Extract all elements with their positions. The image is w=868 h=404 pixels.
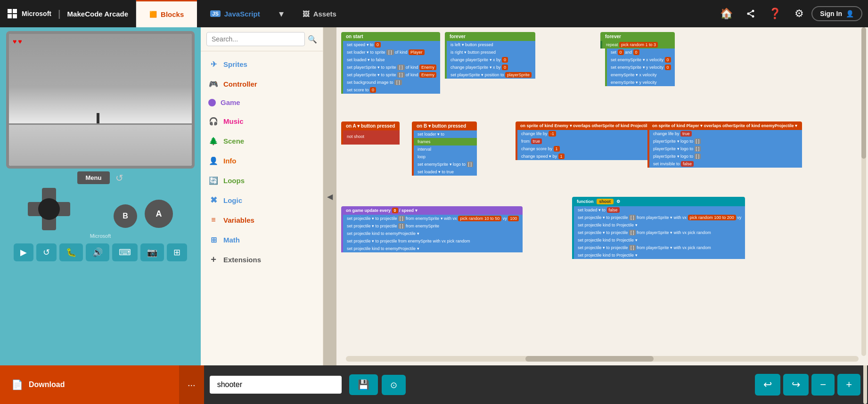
- download-icon: 📄: [11, 379, 23, 390]
- undo-btn[interactable]: ↩: [755, 374, 780, 396]
- debug-btn[interactable]: 🐛: [59, 243, 83, 261]
- category-extensions[interactable]: + Extensions: [201, 250, 323, 269]
- sim-player: [97, 113, 99, 123]
- save-btn[interactable]: 💾: [349, 374, 378, 395]
- heart-2: ♥: [18, 38, 22, 45]
- loops-label: Loops: [223, 177, 245, 185]
- sim-menu-row: Menu ↺: [77, 171, 124, 184]
- canvas-scrollbar-v[interactable]: [861, 27, 866, 356]
- project-name-input[interactable]: [210, 376, 342, 394]
- undo-icon: ↩: [763, 379, 772, 390]
- settings-btn[interactable]: ⚙: [789, 4, 810, 24]
- category-info[interactable]: 👤 Info: [201, 151, 323, 170]
- download-btn[interactable]: 📄 Download: [0, 365, 179, 404]
- sprites-icon: ✈: [208, 59, 219, 69]
- screenshot-btn[interactable]: 📷: [140, 243, 164, 261]
- sim-screen: ♥ ♥: [9, 34, 192, 166]
- category-music[interactable]: 🎧 Music: [201, 111, 323, 131]
- main-area: ♥ ♥ Menu ↺ B A: [0, 27, 868, 365]
- game-dot: [208, 99, 216, 106]
- simulator-panel: ♥ ♥ Menu ↺ B A: [0, 27, 201, 365]
- sim-refresh-btn[interactable]: ↺: [115, 171, 123, 184]
- github-btn[interactable]: ⊙: [382, 375, 406, 395]
- download-label: Download: [29, 380, 65, 389]
- tab-blocks-label: Blocks: [161, 10, 184, 18]
- sign-in-btn[interactable]: Sign In 👤: [811, 6, 862, 21]
- music-label: Music: [223, 117, 244, 125]
- search-input[interactable]: [206, 32, 305, 46]
- windows-icon: [8, 9, 17, 18]
- bottom-right-btns: ↩ ↪ − +: [755, 374, 868, 396]
- zoom-out-btn[interactable]: −: [811, 374, 835, 396]
- block-group-forever-2: forever repeat pick random 1 to 3 set 0 …: [600, 32, 675, 86]
- zoom-in-btn[interactable]: +: [837, 374, 860, 396]
- user-icon: 👤: [846, 10, 854, 17]
- github-icon: ⊙: [390, 380, 397, 390]
- canvas-scrollbar-thumb-v: [861, 27, 866, 159]
- block-group-overlap: on sprite of kind Enemy ▾ overlaps other…: [516, 121, 658, 160]
- sim-menu-btn[interactable]: Menu: [77, 171, 110, 184]
- heart-1: ♥: [13, 38, 16, 45]
- ab-buttons: B A: [114, 190, 173, 228]
- tab-assets[interactable]: 🖼 Assets: [289, 0, 350, 27]
- block-group-game-update: on game update every 0 / speed ▾ set pro…: [341, 206, 523, 252]
- svg-line-3: [749, 14, 752, 16]
- blocks-panel: 🔍 ✈ Sprites 🎮 Controller Game 🎧 Music 🌲 …: [201, 27, 323, 365]
- redo-icon: ↪: [792, 379, 800, 390]
- category-controller[interactable]: 🎮 Controller: [201, 74, 323, 94]
- dpad[interactable]: [28, 188, 70, 230]
- home-btn[interactable]: 🏠: [714, 4, 738, 24]
- keyboard-btn[interactable]: ⌨: [112, 243, 138, 261]
- sign-in-label: Sign In: [820, 10, 842, 17]
- variables-label: Variables: [223, 216, 254, 224]
- a-button[interactable]: A: [145, 200, 173, 228]
- tab-javascript[interactable]: JS JavaScript: [197, 0, 273, 27]
- canvas-scrollbar-h[interactable]: [346, 356, 859, 362]
- math-icon: ⊞: [208, 234, 219, 245]
- tab-blocks[interactable]: 🟧 Blocks: [136, 0, 197, 27]
- restart-btn[interactable]: ↺: [36, 243, 57, 261]
- tab-assets-label: Assets: [313, 10, 336, 18]
- category-loops[interactable]: 🔄 Loops: [201, 170, 323, 190]
- controller-label: Controller: [223, 80, 257, 88]
- sim-hearts: ♥ ♥: [13, 38, 22, 45]
- play-btn[interactable]: ▶: [14, 243, 33, 261]
- category-math[interactable]: ⊞ Math: [201, 230, 323, 250]
- controller-icon: 🎮: [208, 79, 219, 89]
- category-sprites[interactable]: ✈ Sprites: [201, 54, 323, 74]
- canvas-scrollbar-thumb-h: [525, 356, 654, 362]
- logic-label: Logic: [223, 196, 242, 204]
- extensions-label: Extensions: [223, 256, 261, 264]
- svg-point-2: [752, 15, 754, 17]
- sim-toolbar: ▶ ↺ 🐛 🔊 ⌨ 📷 ⊞: [9, 239, 192, 266]
- svg-point-0: [752, 10, 754, 12]
- info-label: Info: [223, 157, 237, 165]
- sim-ground: [9, 123, 192, 166]
- blocks-icon: 🟧: [149, 11, 157, 18]
- category-scene[interactable]: 🌲 Scene: [201, 131, 323, 151]
- tab-javascript-label: JavaScript: [224, 10, 260, 18]
- category-logic[interactable]: ✖ Logic: [201, 190, 323, 210]
- share-btn[interactable]: [740, 5, 761, 22]
- collapse-arrow-icon: ◀: [327, 192, 333, 201]
- redo-btn[interactable]: ↪: [783, 374, 809, 396]
- more-options-btn[interactable]: ···: [179, 365, 204, 404]
- block-group-overlap-2: on sprite of kind Player ▾ overlaps othe…: [647, 121, 802, 168]
- help-btn[interactable]: ❓: [763, 4, 787, 24]
- sidebar-collapse-btn[interactable]: ◀: [323, 27, 336, 365]
- info-icon: 👤: [208, 155, 219, 166]
- fullscreen-btn[interactable]: ⊞: [167, 243, 187, 261]
- category-game[interactable]: Game: [201, 94, 323, 111]
- loops-icon: 🔄: [208, 175, 219, 186]
- canvas-area[interactable]: on start set speed ▾ to 0 set loader ▾ t…: [336, 27, 868, 365]
- nav-dropdown-btn[interactable]: ▾: [273, 0, 289, 27]
- sim-ms-brand: Microsoft: [90, 233, 111, 239]
- mute-btn[interactable]: 🔊: [86, 243, 109, 261]
- zoom-out-icon: −: [820, 379, 826, 390]
- music-icon: 🎧: [208, 116, 219, 126]
- svg-point-1: [747, 13, 750, 15]
- top-nav: Microsoft | MakeCode Arcade 🟧 Blocks JS …: [0, 0, 868, 27]
- b-button[interactable]: B: [114, 204, 137, 228]
- block-group-btn-a: on A ▾ button pressed not shoot: [341, 121, 400, 145]
- category-variables[interactable]: ≡ Variables: [201, 210, 323, 230]
